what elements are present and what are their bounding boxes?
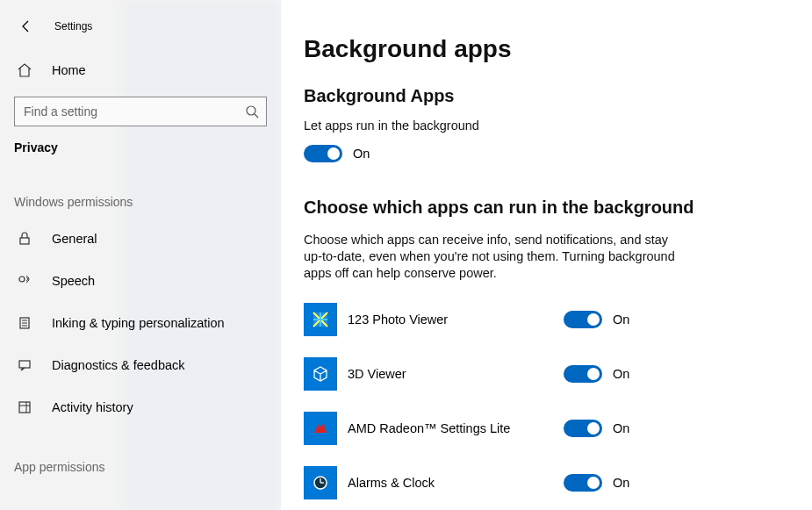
search-input[interactable] [24, 104, 245, 119]
sidebar-item-home[interactable]: Home [0, 53, 281, 88]
lock-icon [17, 232, 32, 246]
app-name: 123 Photo Viewer [348, 312, 558, 327]
back-arrow-icon [19, 19, 33, 33]
master-toggle-description: Let apps run in the background [304, 119, 812, 133]
app-toggle[interactable] [564, 420, 602, 437]
svg-point-0 [247, 106, 255, 115]
section-windows-permissions: Windows permissions [0, 195, 281, 209]
app-icon-3d-viewer [304, 357, 337, 391]
svg-rect-2 [20, 238, 29, 244]
master-toggle-state: On [353, 147, 370, 161]
home-label: Home [52, 63, 86, 77]
master-toggle-row: On [304, 145, 812, 162]
master-toggle[interactable] [304, 145, 342, 162]
svg-rect-9 [19, 402, 30, 413]
sidebar-item-inking[interactable]: Inking & typing personalization [0, 302, 281, 344]
app-toggle[interactable] [564, 474, 602, 492]
sidebar-item-label: General [52, 232, 97, 246]
home-icon [17, 62, 32, 78]
sidebar-item-label: Diagnostics & feedback [52, 358, 185, 372]
privacy-category-label: Privacy [0, 126, 281, 154]
sidebar-item-activity[interactable]: Activity history [0, 386, 281, 428]
app-toggle-state: On [613, 367, 629, 381]
settings-title: Settings [54, 20, 92, 32]
app-name: Alarms & Clock [348, 476, 558, 490]
search-container [0, 88, 281, 126]
app-name: 3D Viewer [348, 367, 558, 381]
app-toggle[interactable] [564, 311, 602, 328]
section-background-apps-title: Background Apps [304, 86, 812, 106]
history-icon [17, 400, 32, 414]
svg-point-3 [19, 277, 25, 282]
sidebar-item-label: Activity history [52, 400, 133, 414]
search-icon [245, 104, 259, 119]
page-title: Background apps [304, 35, 812, 63]
svg-line-1 [255, 114, 258, 118]
section-choose-apps-title: Choose which apps can run in the backgro… [304, 198, 812, 218]
app-row: Alarms & Clock On [304, 466, 812, 499]
main-content: Background apps Background Apps Let apps… [281, 0, 812, 510]
clipboard-icon [17, 316, 32, 330]
sidebar: Settings Home Privacy Windows permission… [0, 0, 281, 510]
sidebar-item-label: Speech [52, 274, 95, 288]
app-row: 3D Viewer On [304, 357, 812, 391]
header-row: Settings [0, 11, 281, 42]
app-icon-photo-viewer [304, 303, 337, 336]
app-row: AMD Radeon™ Settings Lite On [304, 412, 812, 445]
section-choose-apps-description: Choose which apps can receive info, send… [304, 232, 690, 282]
sidebar-item-diagnostics[interactable]: Diagnostics & feedback [0, 344, 281, 386]
app-toggle[interactable] [564, 365, 602, 383]
back-button[interactable] [16, 16, 37, 37]
app-toggle-state: On [613, 421, 629, 435]
app-toggle-state: On [613, 312, 629, 327]
feedback-icon [17, 358, 32, 372]
sidebar-item-general[interactable]: General [0, 218, 281, 260]
search-box[interactable] [14, 97, 267, 126]
app-icon-amd-radeon [304, 412, 337, 445]
app-toggle-state: On [613, 476, 629, 490]
section-app-permissions: App permissions [0, 460, 281, 474]
sidebar-item-speech[interactable]: Speech [0, 260, 281, 302]
speech-icon [17, 274, 32, 288]
sidebar-item-label: Inking & typing personalization [52, 316, 225, 330]
app-row: 123 Photo Viewer On [304, 303, 812, 336]
app-name: AMD Radeon™ Settings Lite [348, 421, 558, 435]
svg-rect-8 [19, 361, 30, 368]
app-icon-alarms-clock [304, 466, 337, 499]
